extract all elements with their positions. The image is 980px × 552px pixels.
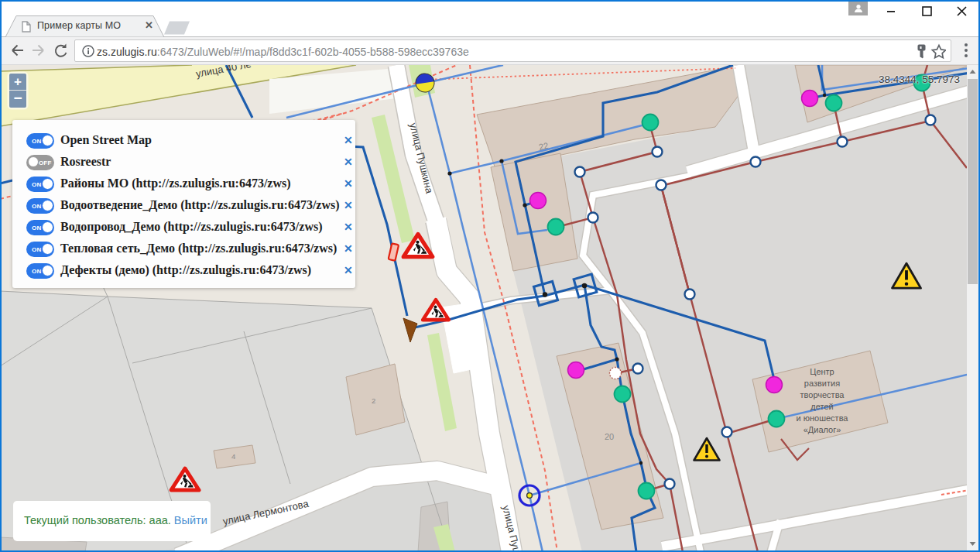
svg-text:20: 20 [605, 432, 614, 441]
svg-text:и юношества: и юношества [797, 413, 849, 423]
svg-text:Центр: Центр [810, 367, 834, 376]
svg-text:22: 22 [538, 141, 549, 152]
svg-text:4: 4 [231, 452, 235, 461]
svg-text:детей: детей [810, 402, 833, 411]
svg-text:2: 2 [372, 396, 375, 405]
svg-text:«Диалог»: «Диалог» [804, 425, 841, 434]
svg-text:развития: развития [804, 379, 840, 388]
svg-text:творчества: творчества [800, 390, 845, 399]
